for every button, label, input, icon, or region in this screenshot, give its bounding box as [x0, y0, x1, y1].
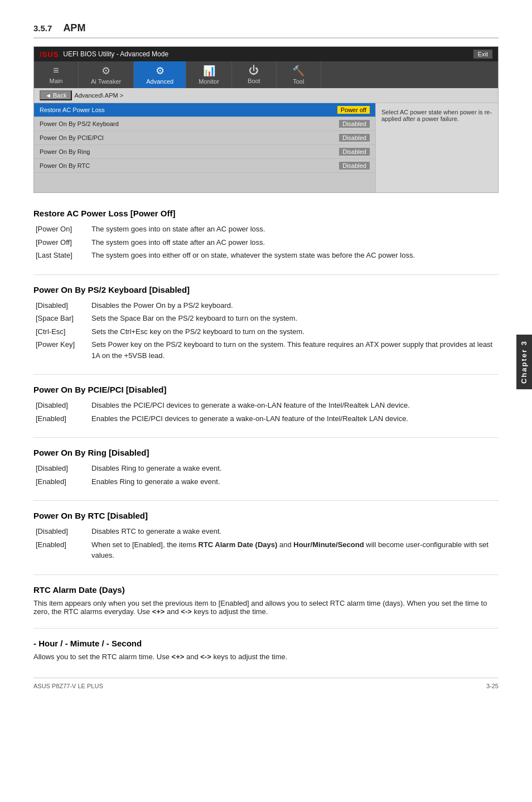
- nav-monitor[interactable]: 📊 Monitor: [186, 61, 232, 88]
- table-row: [Power Key] Sets Power key on the PS/2 k…: [33, 338, 499, 362]
- doc-section-ps2: Power On By PS/2 Keyboard [Disabled] [Di…: [33, 285, 499, 363]
- doc-table-rtc: [Disabled] Disables RTC to generate a wa…: [33, 525, 499, 562]
- divider-1: [33, 274, 499, 275]
- key-ctrl-esc: [Ctrl-Esc]: [33, 325, 89, 339]
- bios-row-ring[interactable]: Power On By Ring Disabled: [34, 145, 375, 159]
- bios-row-ps2-value: Disabled: [339, 120, 370, 128]
- table-row: [Power On] The system goes into on state…: [33, 223, 499, 236]
- bios-help-text: Select AC power state when power is re-a…: [381, 109, 492, 122]
- desc-enabled-ring: Enables Ring to generate a wake event.: [89, 475, 499, 489]
- bios-nav: ≡ Main ⚙ Ai Tweaker ⚙ Advanced 📊 Monitor…: [34, 61, 498, 88]
- key-disabled-rtc: [Disabled]: [33, 525, 89, 538]
- section-title: APM: [63, 22, 85, 34]
- exit-button[interactable]: Exit: [473, 50, 492, 59]
- table-row: [Space Bar] Sets the Space Bar on the PS…: [33, 312, 499, 325]
- bios-row-ps2[interactable]: Power On By PS/2 Keyboard Disabled: [34, 117, 375, 131]
- asus-logo: /SUS: [40, 50, 59, 59]
- divider-5: [33, 574, 499, 575]
- doc-title-hour-minute: - Hour / - Mimute / - Second: [33, 639, 499, 648]
- key-disabled-ring: [Disabled]: [33, 462, 89, 475]
- table-row: [Disabled] Disables Ring to generate a w…: [33, 462, 499, 475]
- table-row: [Enabled] Enables the PCIE/PCI devices t…: [33, 412, 499, 426]
- nav-ai-tweaker[interactable]: ⚙ Ai Tweaker: [79, 61, 134, 88]
- key-enabled-ring: [Enabled]: [33, 475, 89, 489]
- table-row: [Disabled] Disables RTC to generate a wa…: [33, 525, 499, 538]
- nav-advanced[interactable]: ⚙ Advanced: [134, 61, 186, 88]
- key-power-on: [Power On]: [33, 223, 89, 236]
- doc-section-ring: Power On By Ring [Disabled] [Disabled] D…: [33, 448, 499, 488]
- bios-row-pcie[interactable]: Power On By PCIE/PCI Disabled: [34, 131, 375, 145]
- doc-section-restore-ac: Restore AC Power Loss [Power Off] [Power…: [33, 209, 499, 262]
- breadcrumb-path: Advanced\ APM >: [74, 92, 123, 99]
- desc-disabled-pcie: Disables the PCIE/PCI devices to generat…: [89, 399, 499, 412]
- nav-main-label: Main: [50, 78, 63, 84]
- section-number: 3.5.7: [33, 23, 52, 33]
- doc-table-ring: [Disabled] Disables Ring to generate a w…: [33, 462, 499, 488]
- nav-ai-tweaker-label: Ai Tweaker: [91, 78, 121, 85]
- breadcrumb-back-button[interactable]: ◄ Back: [40, 90, 72, 100]
- nav-advanced-label: Advanced: [146, 78, 173, 85]
- footer-right: 3-25: [486, 683, 499, 689]
- doc-table-ps2: [Disabled] Disables the Power On by a PS…: [33, 299, 499, 363]
- bios-row-restore-ac[interactable]: Restore AC Power Loss Power off: [34, 103, 375, 117]
- bios-row-rtc[interactable]: Power On By RTC Disabled: [34, 159, 375, 173]
- table-row: [Enabled] When set to [Enabled], the ite…: [33, 538, 499, 562]
- bios-row-ring-value: Disabled: [339, 148, 370, 156]
- page-footer: ASUS P8Z77-V LE PLUS 3-25: [33, 678, 499, 689]
- bios-title-text: UEFI BIOS Utility - Advanced Mode: [63, 50, 168, 58]
- monitor-icon: 📊: [203, 65, 215, 77]
- divider-6: [33, 628, 499, 629]
- table-row: [Enabled] Enables Ring to generate a wak…: [33, 475, 499, 489]
- nav-boot[interactable]: ⏻ Boot: [232, 61, 277, 88]
- doc-section-hour-minute: - Hour / - Mimute / - Second Allows you …: [33, 639, 499, 661]
- desc-disabled-ring: Disables Ring to generate a wake event.: [89, 462, 499, 475]
- bios-titlebar: /SUS UEFI BIOS Utility - Advanced Mode E…: [34, 47, 498, 61]
- doc-section-pcie: Power On By PCIE/PCI [Disabled] [Disable…: [33, 385, 499, 425]
- desc-disabled-ps2: Disables the Power On by a PS/2 keyboard…: [89, 299, 499, 312]
- ai-tweaker-icon: ⚙: [101, 65, 110, 77]
- bios-content: Restore AC Power Loss Power off Power On…: [34, 103, 498, 192]
- desc-ctrl-esc: Sets the Ctrl+Esc key on the PS/2 keyboa…: [89, 325, 499, 339]
- table-row: [Disabled] Disables the PCIE/PCI devices…: [33, 399, 499, 412]
- divider-4: [33, 500, 499, 501]
- key-enabled-pcie: [Enabled]: [33, 412, 89, 426]
- doc-body-rtc-alarm: This item appears only when you set the …: [33, 599, 499, 616]
- bios-row-rtc-value: Disabled: [339, 162, 370, 170]
- table-row: [Power Off] The system goes into off sta…: [33, 236, 499, 249]
- bios-row-pcie-value: Disabled: [339, 134, 370, 142]
- key-disabled-ps2: [Disabled]: [33, 299, 89, 312]
- key-last-state: [Last State]: [33, 249, 89, 262]
- doc-title-restore-ac: Restore AC Power Loss [Power Off]: [33, 209, 499, 218]
- bios-row-ring-label: Power On By Ring: [40, 148, 339, 155]
- divider-2: [33, 374, 499, 375]
- table-row: [Last State] The system goes into either…: [33, 249, 499, 262]
- boot-icon: ⏻: [249, 65, 259, 76]
- doc-section-rtc: Power On By RTC [Disabled] [Disabled] Di…: [33, 511, 499, 562]
- chapter-sidebar: Chapter 3: [516, 335, 532, 389]
- desc-last-state: The system goes into either off or on st…: [89, 249, 499, 262]
- doc-table-restore-ac: [Power On] The system goes into on state…: [33, 223, 499, 262]
- desc-power-off: The system goes into off state after an …: [89, 236, 499, 249]
- key-disabled-pcie: [Disabled]: [33, 399, 89, 412]
- bios-row-restore-ac-label: Restore AC Power Loss: [40, 107, 337, 113]
- table-row: [Disabled] Disables the Power On by a PS…: [33, 299, 499, 312]
- bios-row-rtc-label: Power On By RTC: [40, 162, 339, 169]
- doc-table-pcie: [Disabled] Disables the PCIE/PCI devices…: [33, 399, 499, 425]
- section-heading: 3.5.7 APM: [33, 22, 499, 38]
- key-spacebar: [Space Bar]: [33, 312, 89, 325]
- desc-enabled-rtc: When set to [Enabled], the items RTC Ala…: [89, 538, 499, 562]
- bios-row-pcie-label: Power On By PCIE/PCI: [40, 134, 339, 141]
- desc-disabled-rtc: Disables RTC to generate a wake event.: [89, 525, 499, 538]
- key-enabled-rtc: [Enabled]: [33, 538, 89, 562]
- key-power-off: [Power Off]: [33, 236, 89, 249]
- doc-body-hour-minute: Allows you to set the RTC alarm time. Us…: [33, 653, 499, 661]
- desc-power-key: Sets Power key on the PS/2 keyboard to t…: [89, 338, 499, 362]
- divider-3: [33, 437, 499, 438]
- doc-title-ps2: Power On By PS/2 Keyboard [Disabled]: [33, 285, 499, 294]
- desc-power-on: The system goes into on state after an A…: [89, 223, 499, 236]
- nav-tool[interactable]: 🔨 Tool: [277, 61, 321, 88]
- doc-section-rtc-alarm: RTC Alarm Date (Days) This item appears …: [33, 585, 499, 616]
- desc-spacebar: Sets the Space Bar on the PS/2 keyboard …: [89, 312, 499, 325]
- nav-main[interactable]: ≡ Main: [34, 61, 79, 88]
- bios-box: /SUS UEFI BIOS Utility - Advanced Mode E…: [33, 46, 499, 193]
